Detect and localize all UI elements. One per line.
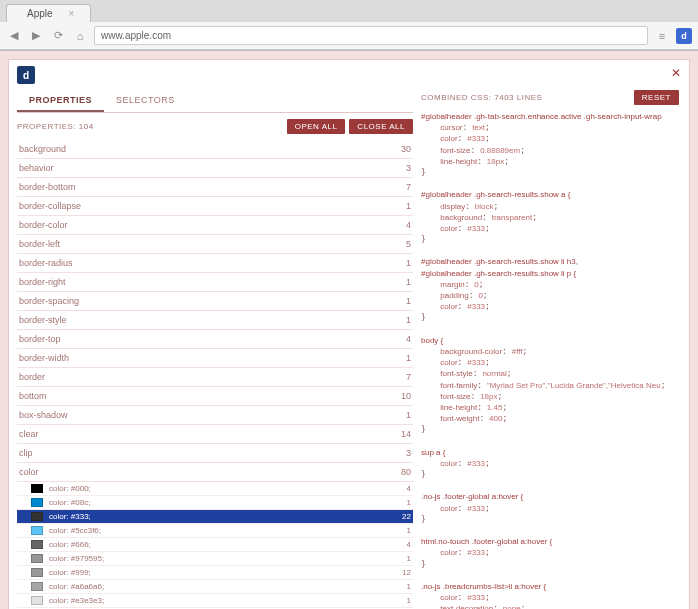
property-row[interactable]: border-bottom7 [17,178,413,197]
property-name: border-left [19,239,60,249]
back-icon[interactable]: ◀ [6,28,22,44]
url-input[interactable]: www.apple.com [94,26,648,45]
browser-chrome: Apple × ◀ ▶ ⟳ ⌂ www.apple.com ≡ d [0,0,698,51]
open-all-button[interactable]: OPEN ALL [287,119,346,134]
property-count: 7 [406,372,411,382]
close-icon[interactable]: ✕ [671,66,681,84]
property-row[interactable]: color80 [17,463,413,482]
app-logo: d [17,66,35,84]
reset-button[interactable]: RESET [634,90,679,105]
property-name: clear [19,429,39,439]
property-row[interactable]: border-radius1 [17,254,413,273]
property-row[interactable]: background30 [17,140,413,159]
property-row[interactable]: border-color4 [17,216,413,235]
reload-icon[interactable]: ⟳ [50,28,66,44]
color-count: 4 [407,484,411,493]
property-name: border-width [19,353,69,363]
property-name: border-right [19,277,66,287]
css-code[interactable]: #globalheader .gh-tab-search.enhance.act… [421,111,681,609]
color-value-row[interactable]: color: #333;22 [17,510,413,524]
tab-properties[interactable]: PROPERTIES [17,90,104,112]
property-name: border-style [19,315,67,325]
color-swatch [31,540,43,549]
color-label: color: #333; [49,512,91,521]
property-count: 3 [406,448,411,458]
property-count: 1 [406,277,411,287]
color-value-row[interactable]: color: #08c;1 [17,496,413,510]
property-row[interactable]: border-right1 [17,273,413,292]
property-count: 1 [406,201,411,211]
color-label: color: #999; [49,568,91,577]
color-value-row[interactable]: color: #5cc3f6;1 [17,524,413,538]
color-swatch [31,512,43,521]
property-row[interactable]: border-width1 [17,349,413,368]
color-label: color: #666; [49,540,91,549]
property-name: border [19,372,45,382]
color-value-row[interactable]: color: #a6a6a6;1 [17,580,413,594]
property-name: behavior [19,163,54,173]
color-swatch [31,568,43,577]
color-count: 1 [407,582,411,591]
color-swatch [31,526,43,535]
property-count: 4 [406,334,411,344]
color-label: color: #5cc3f6; [49,526,101,535]
color-count: 1 [407,498,411,507]
browser-tab[interactable]: Apple × [6,4,91,22]
property-name: border-top [19,334,61,344]
property-row[interactable]: border-style1 [17,311,413,330]
property-count: 3 [406,163,411,173]
property-row[interactable]: clear14 [17,425,413,444]
property-name: border-collapse [19,201,81,211]
property-row[interactable]: border7 [17,368,413,387]
property-count: 4 [406,220,411,230]
property-row[interactable]: border-spacing1 [17,292,413,311]
color-value-row[interactable]: color: #e3e3e3;1 [17,594,413,608]
home-icon[interactable]: ⌂ [72,28,88,44]
color-value-row[interactable]: color: #666;4 [17,538,413,552]
devtools-panel: d ✕ PROPERTIES SELECTORS PROPERTIES: 104… [8,59,690,609]
property-count: 1 [406,410,411,420]
color-label: color: #a6a6a6; [49,582,104,591]
property-name: background [19,144,66,154]
color-label: color: #000; [49,484,91,493]
property-row[interactable]: clip3 [17,444,413,463]
color-swatch [31,484,43,493]
extension-icon[interactable]: d [676,28,692,44]
property-count: 30 [401,144,411,154]
color-value-row[interactable]: color: #979595;1 [17,552,413,566]
property-row[interactable]: box-shadow1 [17,406,413,425]
close-all-button[interactable]: CLOSE ALL [349,119,413,134]
property-count: 7 [406,182,411,192]
color-swatch [31,582,43,591]
menu-icon[interactable]: ≡ [654,28,670,44]
property-row[interactable]: border-top4 [17,330,413,349]
property-name: color [19,467,39,477]
color-count: 22 [402,512,411,521]
tab-selectors[interactable]: SELECTORS [104,90,187,112]
color-value-row[interactable]: color: #000;4 [17,482,413,496]
color-count: 12 [402,568,411,577]
property-name: box-shadow [19,410,68,420]
properties-list[interactable]: background30behavior3border-bottom7borde… [17,140,413,609]
forward-icon[interactable]: ▶ [28,28,44,44]
property-row[interactable]: behavior3 [17,159,413,178]
property-count: 1 [406,353,411,363]
property-name: border-bottom [19,182,76,192]
property-row[interactable]: bottom10 [17,387,413,406]
property-count: 80 [401,467,411,477]
property-name: border-radius [19,258,73,268]
property-count: 5 [406,239,411,249]
color-value-row[interactable]: color: #999;12 [17,566,413,580]
property-name: clip [19,448,33,458]
properties-count: PROPERTIES: 104 [17,122,94,131]
property-row[interactable]: border-left5 [17,235,413,254]
color-swatch [31,498,43,507]
color-count: 1 [407,526,411,535]
color-label: color: #e3e3e3; [49,596,104,605]
close-icon[interactable]: × [69,8,75,19]
property-row[interactable]: border-collapse1 [17,197,413,216]
property-count: 1 [406,315,411,325]
color-swatch [31,596,43,605]
color-label: color: #08c; [49,498,90,507]
color-label: color: #979595; [49,554,104,563]
